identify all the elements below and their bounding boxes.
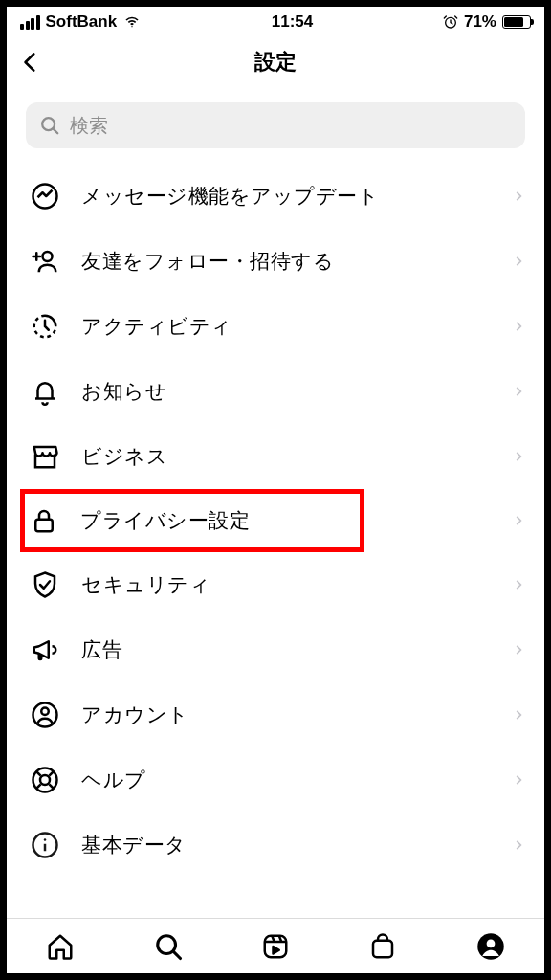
search-icon	[39, 115, 60, 136]
menu-item-ads[interactable]: 広告	[7, 617, 544, 682]
menu-item-about[interactable]: 基本データ	[7, 813, 544, 860]
settings-list: メッセージ機能をアップデート 友達をフォロー・招待する アクティビティ お知らせ	[7, 158, 544, 918]
svg-point-13	[44, 838, 47, 841]
store-icon	[30, 441, 60, 472]
chevron-right-icon	[512, 514, 525, 527]
header: 設定	[7, 37, 544, 87]
battery-icon	[502, 15, 531, 29]
menu-label: ヘルプ	[81, 767, 491, 793]
menu-label: お知らせ	[81, 378, 491, 405]
status-right: 71%	[443, 12, 531, 32]
tab-bar	[7, 918, 544, 973]
tab-search[interactable]	[152, 930, 185, 963]
menu-item-activity[interactable]: アクティビティ	[7, 294, 544, 359]
chevron-right-icon	[512, 838, 525, 852]
chevron-right-icon	[512, 189, 525, 203]
alarm-icon	[443, 14, 458, 30]
status-left: SoftBank	[20, 12, 142, 32]
wifi-icon	[122, 14, 142, 30]
menu-label: アクティビティ	[81, 313, 491, 340]
menu-item-help[interactable]: ヘルプ	[7, 747, 544, 813]
svg-rect-20	[373, 940, 392, 957]
add-person-icon	[30, 246, 60, 277]
chevron-right-icon	[512, 643, 525, 657]
menu-item-privacy[interactable]: プライバシー設定	[20, 489, 364, 552]
menu-item-business[interactable]: ビジネス	[7, 424, 544, 489]
menu-item-messenger[interactable]: メッセージ機能をアップデート	[7, 164, 544, 229]
svg-rect-16	[265, 935, 287, 957]
menu-label: プライバシー設定	[80, 507, 354, 534]
svg-line-15	[173, 951, 180, 958]
svg-point-8	[41, 708, 49, 716]
chevron-right-icon	[512, 255, 525, 268]
svg-point-22	[486, 939, 495, 947]
search-input[interactable]	[70, 115, 512, 137]
tab-shop[interactable]	[366, 930, 399, 963]
svg-point-0	[131, 26, 132, 27]
menu-label: 広告	[81, 636, 491, 663]
chevron-right-icon	[512, 773, 525, 787]
svg-point-5	[43, 252, 53, 261]
svg-rect-6	[35, 520, 53, 532]
menu-item-security[interactable]: セキュリティ	[7, 552, 544, 617]
menu-item-notifications[interactable]: お知らせ	[7, 359, 544, 424]
svg-point-10	[40, 775, 50, 785]
chevron-right-icon	[512, 320, 525, 333]
activity-icon	[30, 311, 60, 342]
menu-label: ビジネス	[81, 443, 491, 470]
person-circle-icon	[30, 700, 60, 730]
chevron-right-icon	[512, 450, 525, 463]
bell-icon	[30, 376, 60, 407]
battery-pct-label: 71%	[464, 12, 496, 32]
menu-label: 基本データ	[81, 832, 491, 858]
megaphone-icon	[30, 635, 60, 665]
chevron-right-icon	[512, 708, 525, 722]
menu-item-account[interactable]: アカウント	[7, 682, 544, 747]
back-button[interactable]	[16, 48, 45, 77]
signal-bars-icon	[20, 15, 40, 30]
tab-reels[interactable]	[259, 930, 292, 963]
chevron-right-icon	[512, 385, 525, 398]
menu-label: メッセージ機能をアップデート	[81, 183, 491, 210]
search-box[interactable]	[26, 102, 525, 148]
lock-icon	[29, 505, 59, 536]
menu-label: セキュリティ	[81, 571, 491, 598]
shield-icon	[30, 569, 60, 600]
lifebuoy-icon	[30, 765, 60, 795]
carrier-label: SoftBank	[46, 12, 118, 32]
status-time: 11:54	[272, 12, 313, 32]
page-title: 設定	[254, 48, 297, 77]
svg-line-3	[54, 129, 58, 134]
chevron-right-icon	[512, 578, 525, 591]
info-icon	[30, 830, 60, 860]
status-bar: SoftBank 11:54 71%	[7, 7, 544, 37]
tab-profile[interactable]	[474, 930, 507, 963]
messenger-icon	[30, 181, 60, 212]
menu-item-follow-invite[interactable]: 友達をフォロー・招待する	[7, 229, 544, 294]
tab-home[interactable]	[44, 930, 77, 963]
menu-label: 友達をフォロー・招待する	[81, 248, 491, 275]
menu-label: アカウント	[81, 702, 491, 728]
